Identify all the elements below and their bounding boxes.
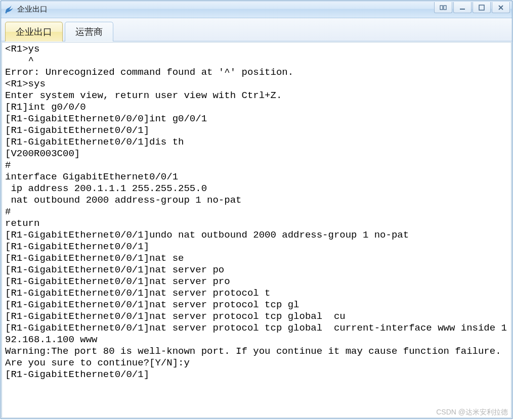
maximize-button[interactable] bbox=[473, 2, 491, 13]
svg-rect-2 bbox=[444, 6, 446, 10]
close-button[interactable] bbox=[492, 2, 510, 13]
app-icon bbox=[4, 5, 14, 15]
minimize-button[interactable] bbox=[453, 2, 472, 13]
window-controls bbox=[433, 1, 512, 18]
tab-enterprise-exit[interactable]: 企业出口 bbox=[5, 22, 63, 41]
svg-point-0 bbox=[6, 12, 7, 13]
svg-rect-4 bbox=[479, 5, 484, 10]
tab-carrier[interactable]: 运营商 bbox=[65, 22, 113, 41]
titlebar[interactable]: 企业出口 bbox=[1, 1, 512, 18]
terminal-output[interactable]: <R1>ys ^ Error: Unrecognized command fou… bbox=[2, 42, 511, 418]
app-window: 企业出口 企业出口 运营商 <R1>ys ^ Error: Unrecogniz… bbox=[1, 1, 512, 419]
tab-bar: 企业出口 运营商 bbox=[1, 18, 512, 41]
svg-rect-3 bbox=[460, 9, 465, 10]
window-extra-button[interactable] bbox=[434, 2, 452, 13]
window-title: 企业出口 bbox=[17, 5, 433, 14]
svg-rect-1 bbox=[440, 6, 443, 10]
